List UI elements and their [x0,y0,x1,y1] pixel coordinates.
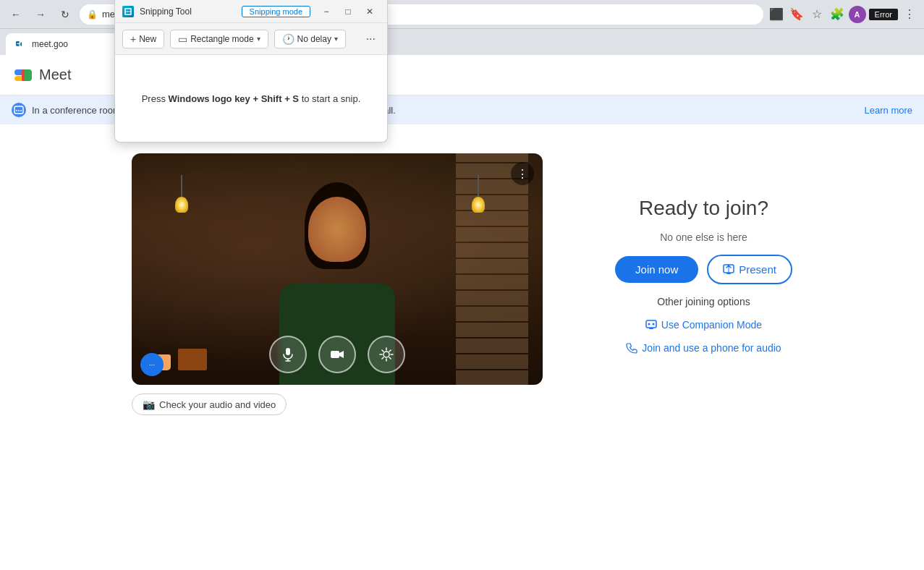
clock-icon: 🕐 [282,33,294,45]
learn-more-link[interactable]: Learn more [865,105,912,116]
companion-icon [645,319,657,331]
join-actions: Join now Present [615,255,792,284]
svg-rect-9 [286,348,290,355]
lamp-bulb-left [175,197,188,213]
new-snip-label: New [139,34,156,44]
back-button[interactable]: ← [6,4,26,25]
other-options-title: Other joining options [657,296,750,307]
info-icon [12,103,26,117]
present-icon [723,264,734,276]
svg-rect-7 [18,110,20,111]
tab-favicon [14,38,26,50]
window-controls: − □ ✕ [316,4,380,19]
snipping-toolbar: + New ▭ Rectangle mode ▾ 🕐 No delay ▾ ··… [115,23,387,55]
error-text: Error [875,10,892,19]
microphone-button[interactable] [269,336,307,373]
rectangle-icon: ▭ [178,33,187,45]
video-preview: ⋮ ··· [132,153,543,385]
video-controls [132,336,543,373]
forward-button[interactable]: → [30,4,51,25]
meet-main: ⋮ ··· [0,124,924,444]
lamp-cord-right [478,175,479,197]
chrome-toolbar-right: ⬛ 🔖 ☆ 🧩 A Error ⋮ [768,6,918,23]
star-icon[interactable]: ☆ [808,6,826,23]
rectangle-mode-button[interactable]: ▭ Rectangle mode ▾ [170,30,268,48]
svg-rect-25 [646,320,656,328]
svg-point-28 [652,323,654,326]
svg-line-21 [382,357,383,359]
tab-label: meet.goo [32,39,110,49]
phone-audio-label: Join and use a phone for audio [642,342,781,354]
cast-icon[interactable]: ⬛ [768,6,785,23]
video-preview-container: ⋮ ··· [132,153,543,415]
svg-line-18 [382,350,383,352]
new-snip-button[interactable]: + New [122,30,164,48]
extension-icon[interactable]: 🧩 [828,6,846,23]
lamp-right [472,175,485,213]
present-button[interactable]: Present [707,255,792,284]
ready-to-join-title: Ready to join? [639,197,768,220]
check-audio-button[interactable]: 📷 Check your audio and video [132,394,287,415]
present-label: Present [739,263,776,276]
phone-icon [626,342,637,354]
microphone-icon [280,346,296,362]
svg-rect-4 [22,69,25,81]
svg-rect-6 [16,110,17,111]
chevron-down-icon: ▾ [257,35,260,43]
snipping-hint-text: Press Windows logo key + Shift + S to st… [142,93,361,104]
avatar[interactable]: A [849,6,866,23]
snipping-titlebar: Snipping Tool Snipping mode − □ ✕ [115,0,387,23]
no-one-else-text: No one else is here [660,231,747,243]
snipping-app-icon [122,6,134,17]
svg-line-20 [389,350,391,352]
rectangle-mode-label: Rectangle mode [190,34,253,44]
svg-point-27 [648,323,650,326]
lamp-left [175,175,188,213]
minimize-button[interactable]: − [316,4,336,19]
svg-rect-26 [649,328,653,329]
more-options-button[interactable]: ··· [362,30,380,48]
camera-button[interactable] [318,336,356,373]
snipping-hint-area: Press Windows logo key + Shift + S to st… [115,55,387,142]
svg-rect-8 [20,110,22,111]
maximize-button[interactable]: □ [338,4,358,19]
lamp-cord-left [181,175,182,197]
close-button[interactable]: ✕ [360,4,380,19]
delay-chevron-icon: ▾ [334,35,338,43]
snipping-app-title: Snipping Tool [140,7,236,17]
delay-label: No delay [297,34,331,44]
effects-button[interactable] [368,336,405,373]
plus-icon: + [130,33,136,45]
save-icon[interactable]: 🔖 [788,6,805,23]
person-head [308,197,366,262]
meet-right-panel: Ready to join? No one else is here Join … [615,153,792,354]
menu-button[interactable]: ⋮ [901,6,918,23]
join-now-button[interactable]: Join now [615,256,698,283]
phone-audio-link[interactable]: Join and use a phone for audio [626,342,781,354]
video-more-options-button[interactable]: ⋮ [511,162,534,185]
companion-mode-label: Use Companion Mode [661,319,762,331]
effects-icon [378,346,394,362]
snipping-mode-tab[interactable]: Snipping mode [242,6,310,17]
camera-icon [329,346,345,362]
error-badge: Error [869,9,898,20]
svg-rect-23 [726,273,731,274]
svg-line-19 [389,357,391,359]
check-audio-label: Check your audio and video [159,399,276,410]
meet-logo-text: Meet [39,67,71,83]
svg-point-13 [383,352,389,357]
meet-logo: Meet [12,64,71,87]
camera-settings-icon: 📷 [143,399,155,410]
companion-mode-link[interactable]: Use Companion Mode [645,319,762,331]
lock-icon: 🔒 [87,9,98,20]
delay-button[interactable]: 🕐 No delay ▾ [274,30,346,48]
svg-rect-12 [331,351,339,358]
reload-button[interactable]: ↻ [55,4,75,25]
lamp-bulb-right [472,197,485,213]
meet-logo-icon [12,64,35,87]
snipping-tool-window: Snipping Tool Snipping mode − □ ✕ + New … [114,0,388,142]
